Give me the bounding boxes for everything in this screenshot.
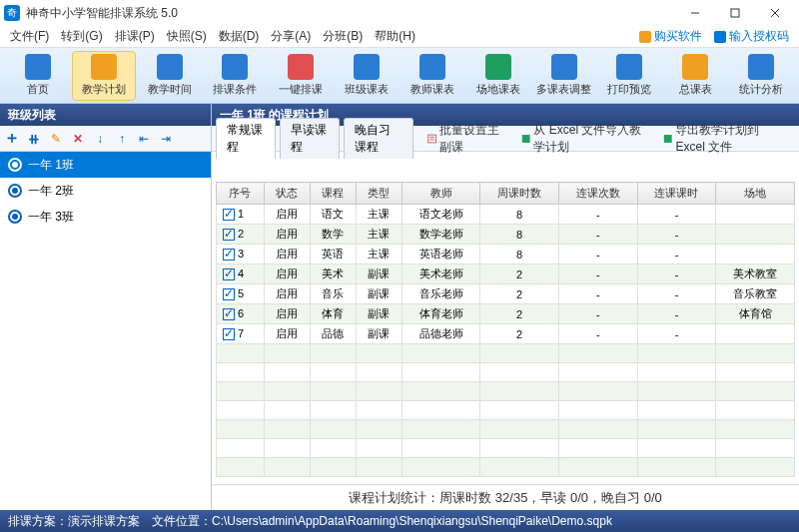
maximize-button[interactable]: [715, 0, 755, 26]
sidebar-header: 班级列表: [0, 104, 211, 126]
move-down-icon[interactable]: ↓: [92, 131, 108, 147]
empty-row: [217, 420, 795, 439]
svg-rect-1: [731, 9, 739, 17]
auth-code-link[interactable]: 输入授权码: [708, 28, 795, 45]
tool-label: 教学时间: [148, 82, 192, 97]
class-label: 一年 1班: [28, 157, 74, 174]
class-item[interactable]: 一年 3班: [0, 204, 211, 230]
tool-首页[interactable]: 首页: [6, 51, 70, 101]
checkbox-icon[interactable]: [223, 249, 235, 261]
tool-班级课表[interactable]: 班级课表: [335, 51, 399, 101]
menu-item[interactable]: 文件(F): [4, 26, 55, 47]
buy-software-link[interactable]: 购买软件: [633, 28, 708, 45]
class-item[interactable]: 一年 1班: [0, 152, 211, 178]
status-path: 文件位置：C:\Users\admin\AppData\Roaming\Shen…: [152, 513, 612, 530]
checkbox-icon[interactable]: [223, 328, 235, 340]
table-row[interactable]: 5启用音乐副课音乐老师2--音乐教室: [217, 284, 795, 304]
col-header[interactable]: 类型: [356, 183, 401, 205]
course-grid: 序号状态课程类型教师周课时数连课次数连课课时场地 1启用语文主课语文老师8--2…: [212, 152, 799, 484]
tool-icon: [222, 54, 248, 80]
tool-icon: [25, 54, 51, 80]
class-label: 一年 3班: [28, 209, 74, 226]
col-header[interactable]: 教师: [401, 183, 480, 205]
table-row[interactable]: 1启用语文主课语文老师8--: [217, 205, 795, 225]
table-row[interactable]: 3启用英语主课英语老师8--: [217, 245, 795, 265]
tool-排课条件[interactable]: 排课条件: [204, 51, 268, 101]
col-header[interactable]: 连课次数: [558, 183, 637, 205]
tool-教师课表[interactable]: 教师课表: [400, 51, 464, 101]
tool-icon: [551, 54, 577, 80]
class-icon: [8, 158, 22, 172]
statusbar: 排课方案：演示排课方案 文件位置：C:\Users\admin\AppData\…: [0, 510, 799, 532]
table-row[interactable]: 7启用品德副课品德老师2--: [217, 324, 795, 344]
menu-item[interactable]: 分班(B): [317, 26, 369, 47]
main-toolbar: 首页教学计划教学时间排课条件一键排课班级课表教师课表场地课表多课表调整打印预览总…: [0, 48, 799, 104]
col-header[interactable]: 课程: [310, 183, 356, 205]
tool-label: 班级课表: [345, 82, 389, 97]
checkbox-icon[interactable]: [223, 308, 235, 320]
titlebar: 奇 神奇中小学智能排课系统 5.0: [0, 0, 799, 26]
tool-icon: [91, 54, 117, 80]
table-row[interactable]: 6启用体育副课体育老师2--体育馆: [217, 304, 795, 324]
cart-icon: [639, 31, 651, 43]
tool-icon: [288, 54, 314, 80]
empty-row: [217, 458, 795, 477]
tool-总课表[interactable]: 总课表: [663, 51, 727, 101]
tool-label: 场地课表: [476, 82, 520, 97]
import-icon: [521, 133, 530, 145]
add-batch-icon[interactable]: ⧺: [26, 131, 42, 147]
tool-打印预览[interactable]: 打印预览: [597, 51, 661, 101]
tool-icon: [485, 54, 511, 80]
checkbox-icon[interactable]: [223, 229, 235, 241]
col-header[interactable]: 序号: [217, 183, 265, 205]
import-excel-button[interactable]: 从 Excel 文件导入教学计划: [515, 122, 653, 156]
empty-row: [217, 439, 795, 458]
move-up-icon[interactable]: ↑: [114, 131, 130, 147]
sidebar-toolbar: ＋ ⧺ ✎ ✕ ↓ ↑ ⇤ ⇥: [0, 126, 211, 152]
export-excel-button[interactable]: 导出教学计划到 Excel 文件: [657, 122, 795, 156]
menu-item[interactable]: 分享(A): [265, 26, 317, 47]
user-icon: [714, 31, 726, 43]
table-row[interactable]: 2启用数学主课数学老师8--: [217, 225, 795, 245]
menu-item[interactable]: 帮助(H): [369, 26, 421, 47]
edit-class-icon[interactable]: ✎: [48, 131, 64, 147]
tool-多课表调整[interactable]: 多课表调整: [532, 51, 596, 101]
empty-row: [217, 382, 795, 401]
table-row[interactable]: 4启用美术副课美术老师2--美术教室: [217, 265, 795, 284]
col-header[interactable]: 周课时数: [480, 183, 559, 205]
tool-一键排课[interactable]: 一键排课: [269, 51, 333, 101]
empty-row: [217, 401, 795, 420]
menu-item[interactable]: 快照(S): [161, 26, 213, 47]
batch-set-button[interactable]: 批量设置主副课: [421, 122, 511, 156]
outdent-icon[interactable]: ⇤: [136, 131, 152, 147]
app-icon: 奇: [4, 5, 20, 21]
close-button[interactable]: [755, 0, 795, 26]
checkbox-icon[interactable]: [223, 209, 235, 221]
tool-icon: [419, 54, 445, 80]
class-item[interactable]: 一年 2班: [0, 178, 211, 204]
empty-row: [217, 344, 795, 363]
tool-label: 首页: [27, 82, 49, 97]
tool-教学计划[interactable]: 教学计划: [72, 51, 136, 101]
checkbox-icon[interactable]: [223, 268, 235, 280]
col-header[interactable]: 状态: [264, 183, 310, 205]
tool-统计分析[interactable]: 统计分析: [729, 51, 793, 101]
tool-教学时间[interactable]: 教学时间: [138, 51, 202, 101]
menu-item[interactable]: 数据(D): [213, 26, 266, 47]
svg-rect-7: [522, 135, 530, 143]
col-header[interactable]: 场地: [716, 183, 795, 205]
menu-item[interactable]: 转到(G): [55, 26, 108, 47]
checkbox-icon[interactable]: [223, 288, 235, 300]
tool-label: 总课表: [679, 82, 712, 97]
content-area: 一年 1班 的课程计划 常规课程 早读课程 晚自习课程 批量设置主副课 从 Ex…: [212, 104, 799, 510]
menu-item[interactable]: 排课(P): [109, 26, 161, 47]
minimize-button[interactable]: [675, 0, 715, 26]
tool-场地课表[interactable]: 场地课表: [466, 51, 530, 101]
col-header[interactable]: 连课课时: [637, 183, 716, 205]
indent-icon[interactable]: ⇥: [158, 131, 174, 147]
delete-class-icon[interactable]: ✕: [70, 131, 86, 147]
status-plan: 排课方案：演示排课方案: [8, 513, 140, 530]
class-list: 一年 1班一年 2班一年 3班: [0, 152, 211, 510]
tool-icon: [354, 54, 380, 80]
add-class-icon[interactable]: ＋: [4, 131, 20, 147]
